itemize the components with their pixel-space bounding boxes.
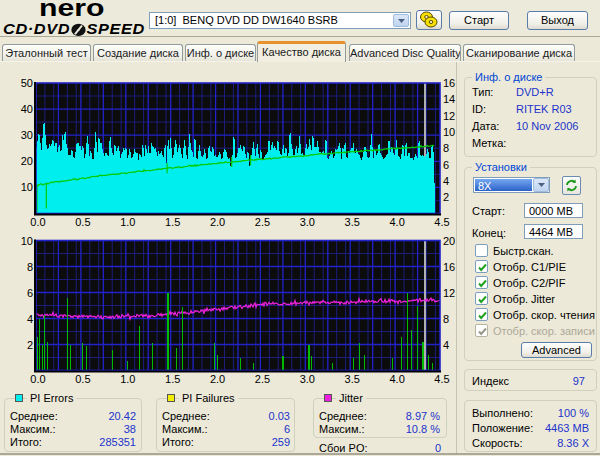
svg-text:0.5: 0.5 [75, 216, 90, 228]
svg-text:4: 4 [443, 339, 449, 351]
svg-text:1.0: 1.0 [120, 373, 135, 385]
svg-text:14: 14 [443, 93, 455, 105]
svg-text:20: 20 [21, 155, 33, 167]
svg-text:16: 16 [443, 261, 455, 273]
svg-text:4: 4 [443, 175, 449, 187]
svg-text:4.5: 4.5 [434, 216, 449, 228]
svg-text:12: 12 [443, 287, 455, 299]
svg-text:10: 10 [443, 126, 455, 138]
svg-text:4.0: 4.0 [389, 216, 404, 228]
svg-text:1.5: 1.5 [165, 216, 180, 228]
svg-text:10: 10 [21, 181, 33, 193]
svg-text:1.0: 1.0 [120, 216, 135, 228]
svg-text:40: 40 [21, 103, 33, 115]
svg-text:2: 2 [443, 191, 449, 203]
svg-text:4: 4 [27, 313, 33, 325]
svg-text:10: 10 [21, 235, 33, 247]
svg-text:3.0: 3.0 [300, 216, 315, 228]
svg-text:0.0: 0.0 [30, 216, 45, 228]
svg-text:3.5: 3.5 [345, 216, 360, 228]
svg-text:0.0: 0.0 [30, 373, 45, 385]
svg-text:0.5: 0.5 [75, 373, 90, 385]
svg-text:1.5: 1.5 [165, 373, 180, 385]
svg-text:8: 8 [443, 142, 449, 154]
svg-text:2.0: 2.0 [210, 216, 225, 228]
svg-text:2.5: 2.5 [255, 216, 270, 228]
svg-text:16: 16 [443, 77, 455, 89]
svg-text:4.5: 4.5 [434, 373, 449, 385]
svg-text:6: 6 [27, 287, 33, 299]
svg-text:8: 8 [27, 261, 33, 273]
svg-text:4.0: 4.0 [389, 373, 404, 385]
svg-text:2.5: 2.5 [255, 373, 270, 385]
svg-text:2.0: 2.0 [210, 373, 225, 385]
svg-text:3.0: 3.0 [300, 373, 315, 385]
svg-text:6: 6 [443, 159, 449, 171]
svg-text:50: 50 [21, 77, 33, 89]
svg-text:3.5: 3.5 [345, 373, 360, 385]
svg-text:20: 20 [443, 235, 455, 247]
svg-text:12: 12 [443, 110, 455, 122]
svg-text:30: 30 [21, 129, 33, 141]
svg-text:2: 2 [27, 339, 33, 351]
svg-text:8: 8 [443, 313, 449, 325]
